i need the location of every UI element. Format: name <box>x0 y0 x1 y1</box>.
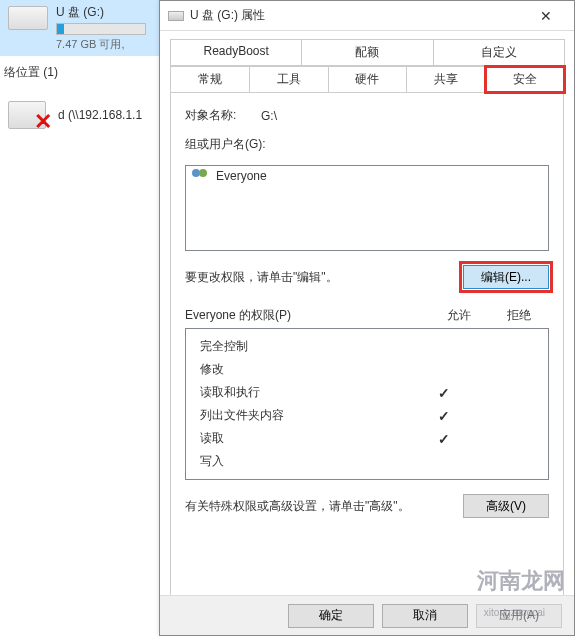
tab-tools[interactable]: 工具 <box>249 66 329 93</box>
edit-row: 要更改权限，请单击"编辑"。 编辑(E)... <box>185 265 549 289</box>
permission-name: 读取和执行 <box>200 384 414 401</box>
drive-capacity-bar <box>56 23 146 35</box>
group-icon <box>192 169 210 183</box>
tab-row-bottom: 常规 工具 硬件 共享 安全 <box>170 66 564 93</box>
permission-allow: ✓ <box>414 385 474 401</box>
tab-row-top: ReadyBoost 配额 自定义 <box>170 39 564 66</box>
tab-quota[interactable]: 配额 <box>301 39 433 66</box>
edit-hint: 要更改权限，请单击"编辑"。 <box>185 269 338 286</box>
permission-row: 列出文件夹内容✓ <box>186 404 548 427</box>
properties-dialog: U 盘 (G:) 属性 ✕ ReadyBoost 配额 自定义 常规 工具 硬件… <box>159 0 575 636</box>
tab-readyboost[interactable]: ReadyBoost <box>170 39 302 66</box>
tab-customize[interactable]: 自定义 <box>433 39 565 66</box>
ok-button[interactable]: 确定 <box>288 604 374 628</box>
tab-sharing[interactable]: 共享 <box>406 66 486 93</box>
permission-name: 修改 <box>200 361 414 378</box>
group-label: 组或用户名(G): <box>185 136 266 153</box>
permissions-header-name: Everyone 的权限(P) <box>185 307 429 324</box>
dialog-buttons: 确定 取消 应用(A) <box>160 595 574 635</box>
drive-capacity-fill <box>57 24 64 34</box>
permission-name: 读取 <box>200 430 414 447</box>
group-list[interactable]: Everyone <box>185 165 549 251</box>
permission-row: 读取和执行✓ <box>186 381 548 404</box>
network-drive-item[interactable]: ✕ d (\\192.168.1.1 <box>0 91 160 139</box>
tab-hardware[interactable]: 硬件 <box>328 66 408 93</box>
tab-security[interactable]: 安全 <box>485 66 565 93</box>
drive-info: U 盘 (G:) 7.47 GB 可用, <box>56 4 146 52</box>
permission-row: 读取✓ <box>186 427 548 450</box>
edit-button[interactable]: 编辑(E)... <box>463 265 549 289</box>
permission-allow: ✓ <box>414 408 474 424</box>
drive-free-text: 7.47 GB 可用, <box>56 37 146 52</box>
permission-name: 写入 <box>200 453 414 470</box>
permission-row: 完全控制 <box>186 335 548 358</box>
object-name-value: G:\ <box>261 109 277 123</box>
permission-allow: ✓ <box>414 431 474 447</box>
group-label-row: 组或用户名(G): <box>185 136 549 153</box>
tab-general[interactable]: 常规 <box>170 66 250 93</box>
group-item-label: Everyone <box>216 169 267 183</box>
titlebar: U 盘 (G:) 属性 ✕ <box>160 1 574 31</box>
close-button[interactable]: ✕ <box>526 2 566 30</box>
group-item-everyone[interactable]: Everyone <box>186 166 548 186</box>
permission-name: 完全控制 <box>200 338 414 355</box>
drive-icon <box>8 6 48 30</box>
apply-button[interactable]: 应用(A) <box>476 604 562 628</box>
permissions-header-allow: 允许 <box>429 307 489 324</box>
permissions-header: Everyone 的权限(P) 允许 拒绝 <box>185 307 549 324</box>
advanced-hint: 有关特殊权限或高级设置，请单击"高级"。 <box>185 498 410 515</box>
dialog-title: U 盘 (G:) 属性 <box>190 7 526 24</box>
tab-container: ReadyBoost 配额 自定义 常规 工具 硬件 共享 安全 对象名称: G… <box>160 31 574 612</box>
object-name-row: 对象名称: G:\ <box>185 107 549 124</box>
disconnected-icon: ✕ <box>34 109 52 135</box>
advanced-button[interactable]: 高级(V) <box>463 494 549 518</box>
drive-item[interactable]: U 盘 (G:) 7.47 GB 可用, <box>0 0 160 56</box>
security-panel: 对象名称: G:\ 组或用户名(G): Everyone 要更改权限，请单击"编… <box>170 92 564 612</box>
network-locations-header: 络位置 (1) <box>0 56 160 85</box>
explorer-background: U 盘 (G:) 7.47 GB 可用, 络位置 (1) ✕ d (\\192.… <box>0 0 160 636</box>
object-name-label: 对象名称: <box>185 107 261 124</box>
permissions-header-deny: 拒绝 <box>489 307 549 324</box>
drive-title-icon <box>168 11 184 21</box>
permissions-list[interactable]: 完全控制修改读取和执行✓列出文件夹内容✓读取✓写入 <box>185 328 549 480</box>
permission-name: 列出文件夹内容 <box>200 407 414 424</box>
network-drive-label: d (\\192.168.1.1 <box>58 108 142 122</box>
cancel-button[interactable]: 取消 <box>382 604 468 628</box>
permission-row: 写入 <box>186 450 548 473</box>
advanced-row: 有关特殊权限或高级设置，请单击"高级"。 高级(V) <box>185 494 549 518</box>
permission-row: 修改 <box>186 358 548 381</box>
drive-name: U 盘 (G:) <box>56 4 146 21</box>
